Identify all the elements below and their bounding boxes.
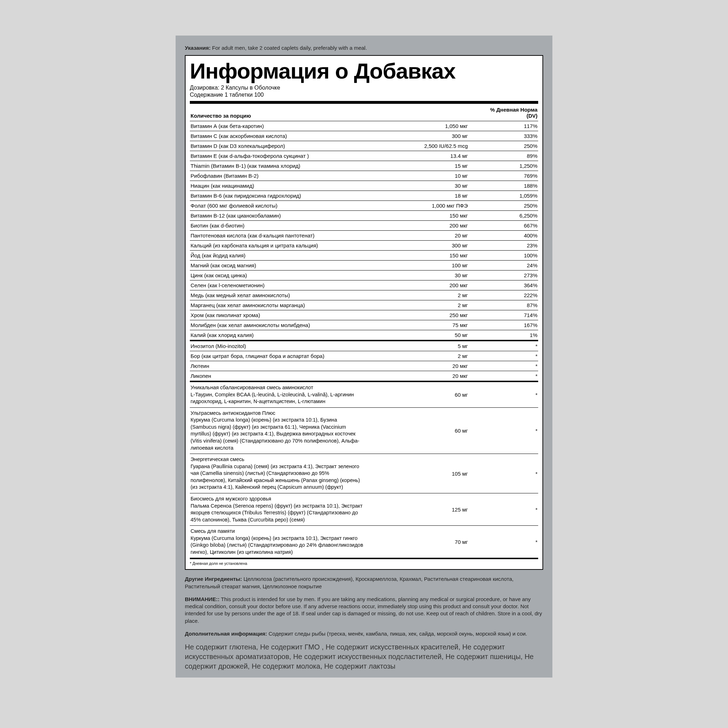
- table-row: Энергетическая смесьГуарана (Paullinia c…: [190, 454, 538, 493]
- table-row: Смесь для памятиКуркума (Curcuma longa) …: [190, 526, 538, 559]
- table-row: Кальций (из карбоната кальция и цитрата …: [190, 241, 538, 251]
- ingredient-name: Бор (как цитрат бора, глицинат бора и ас…: [190, 351, 364, 361]
- directions-text: For adult men, take 2 coated caplets dai…: [210, 45, 367, 51]
- ingredient-amount: 2,500 IU/62.5 mcg: [364, 141, 468, 151]
- table-row: Молибден (как хелат аминокислоты молибде…: [190, 320, 538, 330]
- ingredient-amount: 2 мг: [364, 351, 468, 361]
- header-dv-line2: (DV): [526, 113, 537, 119]
- ingredient-amount: 100 мг: [364, 260, 468, 271]
- table-row: Витамин D (как D3 холекальциферол)2,500 …: [190, 141, 538, 151]
- ingredient-amount: 70 мг: [364, 526, 468, 559]
- ingredient-dv: 6,250%: [468, 211, 538, 221]
- ingredient-amount: 5 мг: [364, 341, 468, 351]
- supplement-facts: Информация о Добавках Дозировка: 2 Капсу…: [185, 55, 543, 570]
- other-ingredients: Другие Ингредиенты: Целлюлоза (раститель…: [185, 575, 543, 590]
- ingredient-dv: 250%: [468, 201, 538, 211]
- ingredient-dv: *: [468, 341, 538, 351]
- ingredient-amount: 1,050 мкг: [364, 121, 468, 131]
- ingredient-dv: 89%: [468, 151, 538, 161]
- table-row: Рибофлавин (Витамин B-2)10 мг769%: [190, 171, 538, 181]
- ingredient-dv: *: [468, 526, 538, 559]
- table-row: Лютеин20 мкг*: [190, 361, 538, 371]
- ingredient-name: Ультрасмесь антиоксидантов ПлюсКуркума (…: [190, 407, 364, 454]
- ingredient-amount: 300 мг: [364, 131, 468, 141]
- ingredient-dv: *: [468, 407, 538, 454]
- ingredient-dv: 333%: [468, 131, 538, 141]
- ingredient-amount: 20 мг: [364, 231, 468, 241]
- ingredient-amount: 10 мг: [364, 171, 468, 181]
- serving-size-value: 2 Капсулы в Оболочке: [219, 85, 280, 91]
- ingredient-dv: *: [468, 351, 538, 361]
- ingredient-name: Инозитол (Mio-inozitol): [190, 341, 364, 351]
- ingredient-dv: 24%: [468, 260, 538, 271]
- ingredient-name: Йод (как йодид калия): [190, 251, 364, 260]
- supplement-panel: Указания: For adult men, take 2 coated c…: [176, 35, 552, 678]
- ingredient-dv: 250%: [468, 141, 538, 151]
- page-root: Указания: For adult men, take 2 coated c…: [0, 0, 728, 728]
- dv-footnote: * Дневная доля не установлена: [190, 561, 538, 566]
- ingredient-name: Витамин E (как d-альфа-токоферола сукцин…: [190, 151, 364, 161]
- ingredient-dv: 1,059%: [468, 191, 538, 201]
- ingredient-amount: 18 мг: [364, 191, 468, 201]
- ingredient-name: Пантотеновая кислота (как d-кальция пант…: [190, 231, 364, 241]
- ingredient-dv: 23%: [468, 241, 538, 251]
- ingredient-dv: 769%: [468, 171, 538, 181]
- ingredient-amount: 125 мг: [364, 493, 468, 525]
- ingredient-name: Витамин C (как аскорбиновая кислота): [190, 131, 364, 141]
- ingredient-amount: 20 мкг: [364, 371, 468, 382]
- ingredient-amount: 200 мкг: [364, 280, 468, 291]
- ingredient-amount: 2 мг: [364, 291, 468, 300]
- ingredient-amount: 60 мг: [364, 407, 468, 454]
- ingredient-dv: 87%: [468, 300, 538, 310]
- table-row: Бор (как цитрат бора, глицинат бора и ас…: [190, 351, 538, 361]
- extra-info: Дополнительная информация: Содержит след…: [185, 630, 543, 637]
- table-row: Инозитол (Mio-inozitol)5 мг*: [190, 341, 538, 351]
- table-row: Витамин E (как d-альфа-токоферола сукцин…: [190, 151, 538, 161]
- ingredient-dv: 222%: [468, 291, 538, 300]
- ingredient-name: Смесь для памятиКуркума (Curcuma longa) …: [190, 526, 364, 559]
- table-row: Марганец (как хелат аминокислоты марганц…: [190, 300, 538, 310]
- ingredient-dv: 1,250%: [468, 161, 538, 171]
- ingredient-name: Селен (как l-селенометионин): [190, 280, 364, 291]
- ingredient-amount: 200 мкг: [364, 221, 468, 231]
- ingredient-name: Марганец (как хелат аминокислоты марганц…: [190, 300, 364, 310]
- ingredient-amount: 60 мг: [364, 381, 468, 407]
- table-row: Йод (как йодид калия)150 мкг100%: [190, 251, 538, 260]
- ingredient-dv: *: [468, 371, 538, 382]
- table-row: Уникальная сбалансированная смесь аминок…: [190, 381, 538, 407]
- table-row: Цинк (как оксид цинка)30 мг273%: [190, 271, 538, 280]
- table-row: Витамин B-12 (как цианокобаламин)150 мкг…: [190, 211, 538, 221]
- ingredient-name: Фолат (600 мкг фолиевой кислоты): [190, 201, 364, 211]
- ingredient-amount: 105 мг: [364, 454, 468, 493]
- ingredient-dv: *: [468, 454, 538, 493]
- ingredient-name: Медь (как медный хелат аминокислоты): [190, 291, 364, 300]
- ingredient-name: Витамин B-12 (как цианокобаламин): [190, 211, 364, 221]
- table-row: Калий (как хлорид калия)50 мг1%: [190, 330, 538, 341]
- table-header-row: Количество за порцию % Дневная Норма (DV…: [190, 105, 538, 121]
- nutrition-table: Количество за порцию % Дневная Норма (DV…: [190, 105, 538, 559]
- table-row: Магний (как оксид магния)100 мг24%: [190, 260, 538, 271]
- table-row: Фолат (600 мкг фолиевой кислоты)1,000 мк…: [190, 201, 538, 211]
- ingredient-dv: 167%: [468, 320, 538, 330]
- ingredient-name: Лютеин: [190, 361, 364, 371]
- other-label: Другие Ингредиенты:: [185, 576, 242, 582]
- ingredient-name: Биотин (как d-биотин): [190, 221, 364, 231]
- warning-block: ВНИМАНИЕ:: This product is intended for …: [185, 596, 543, 624]
- ingredient-amount: 1,000 мкг ПФЭ: [364, 201, 468, 211]
- ingredient-name: Ликопен: [190, 371, 364, 382]
- table-row: Селен (как l-селенометионин)200 мкг364%: [190, 280, 538, 291]
- table-row: Медь (как медный хелат аминокислоты)2 мг…: [190, 291, 538, 300]
- ingredient-dv: 117%: [468, 121, 538, 131]
- table-row: Thiamin (Витамин B-1) (как тиамина хлори…: [190, 161, 538, 171]
- ingredient-dv: 714%: [468, 310, 538, 320]
- ingredient-name: Витамин D (как D3 холекальциферол): [190, 141, 364, 151]
- header-dv-line1: % Дневная Норма: [490, 107, 537, 113]
- ingredient-name: Калий (как хлорид калия): [190, 330, 364, 341]
- ingredient-amount: 50 мг: [364, 330, 468, 341]
- table-row: Витамин C (как аскорбиновая кислота)300 …: [190, 131, 538, 141]
- ingredient-name: Витамин А (как бета-каротин): [190, 121, 364, 131]
- ingredient-amount: 15 мг: [364, 161, 468, 171]
- rule-heavy: [190, 101, 538, 104]
- ingredient-dv: *: [468, 381, 538, 407]
- directions-block: Указания: For adult men, take 2 coated c…: [185, 45, 543, 51]
